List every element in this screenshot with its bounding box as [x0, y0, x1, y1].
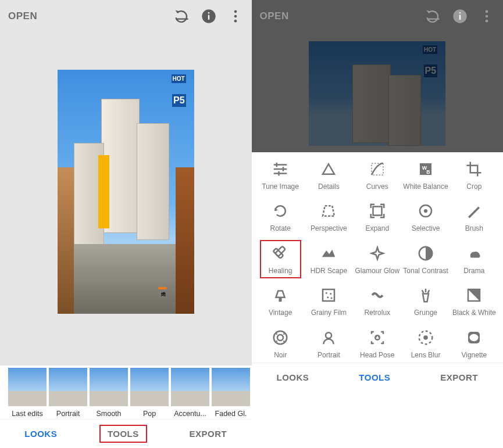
thumb-image — [212, 368, 250, 406]
thumb-label: Smooth — [96, 410, 121, 418]
photo-preview[interactable]: HOT P5 焼肉 — [58, 70, 194, 314]
perspective-icon — [320, 202, 337, 220]
thumb-image — [49, 368, 87, 406]
tab-looks[interactable]: LOOKS — [24, 429, 57, 439]
tool-selective[interactable]: Selective — [401, 202, 450, 232]
tool-label: Perspective — [311, 224, 347, 232]
open-button[interactable]: OPEN — [260, 10, 289, 22]
thumb-label: Last edits — [12, 410, 43, 418]
tool-curves[interactable]: Curves — [353, 160, 401, 191]
vintage-icon — [272, 286, 289, 304]
more-icon[interactable] — [227, 8, 244, 24]
tool-hdr-scape[interactable]: HDR Scape — [305, 245, 353, 275]
tool-healing[interactable]: Healing — [256, 245, 305, 275]
bw-icon — [465, 286, 483, 304]
tool-expand[interactable]: Expand — [353, 202, 401, 232]
crop-icon — [465, 160, 483, 178]
tool-label: Crop — [466, 182, 481, 191]
thumb-label: Faded Gl. — [215, 410, 247, 418]
right-screenshot: OPEN HOT P5 Tune Image Details Curves Wh… — [252, 0, 504, 448]
rotate-icon — [272, 202, 289, 220]
tab-export[interactable]: EXPORT — [440, 372, 478, 382]
look-thumb[interactable]: Smooth — [90, 368, 128, 418]
hdr-icon — [320, 245, 337, 262]
tool-drama[interactable]: Drama — [450, 245, 498, 275]
vignette-icon — [465, 329, 483, 346]
tool-label: Grainy Film — [311, 309, 347, 317]
bottom-tab-bar: LOOKS TOOLS EXPORT — [0, 419, 252, 448]
expand-icon — [369, 202, 386, 220]
tool-white-balance[interactable]: White Balance — [401, 160, 450, 191]
tool-label: Healing — [269, 267, 292, 275]
more-icon[interactable] — [479, 8, 495, 24]
tab-export[interactable]: EXPORT — [189, 429, 227, 439]
tool-label: Selective — [412, 224, 440, 232]
looks-filmstrip[interactable]: Last edits Portrait Smooth Pop Accentu..… — [0, 365, 252, 419]
tool-label: Head Pose — [360, 351, 394, 359]
thumb-image — [8, 368, 47, 406]
tool-brush[interactable]: Brush — [450, 202, 498, 232]
tool-label: Grunge — [414, 309, 437, 317]
tool-label: Curves — [366, 182, 388, 191]
thumb-image — [90, 368, 128, 406]
grunge-icon — [417, 286, 434, 304]
triangle-icon — [320, 160, 337, 178]
look-thumb[interactable]: Pop — [130, 368, 169, 418]
tool-label: Drama — [463, 267, 484, 275]
tool-label: HDR Scape — [311, 267, 347, 275]
tool-rotate[interactable]: Rotate — [256, 202, 305, 232]
tool-grainy-film[interactable]: Grainy Film — [305, 286, 353, 317]
look-thumb[interactable]: Portrait — [49, 368, 87, 418]
tool-tonal-contrast[interactable]: Tonal Contrast — [401, 245, 450, 275]
wb-icon — [417, 160, 434, 178]
tool-perspective[interactable]: Perspective — [305, 202, 353, 232]
tab-tools[interactable]: TOOLS — [99, 425, 147, 443]
open-button[interactable]: OPEN — [8, 10, 37, 22]
tool-vignette[interactable]: Vignette — [450, 329, 498, 359]
thumb-label: Portrait — [56, 410, 80, 418]
curves-icon — [369, 160, 386, 178]
tool-head-pose[interactable]: Head Pose — [353, 329, 401, 359]
tool-label: Vignette — [461, 351, 487, 359]
tool-label: Black & White — [452, 309, 496, 317]
portrait-icon — [320, 329, 337, 346]
tool-grunge[interactable]: Grunge — [401, 286, 450, 317]
tool-label: Tonal Contrast — [403, 267, 448, 275]
tool-tune-image[interactable]: Tune Image — [256, 160, 305, 191]
info-icon[interactable] — [201, 8, 217, 24]
lensblur-icon — [417, 329, 434, 346]
tool-retrolux[interactable]: Retrolux — [353, 286, 401, 317]
tool-label: Rotate — [270, 224, 290, 232]
brush-icon — [465, 202, 483, 220]
thumb-image — [171, 368, 209, 406]
look-thumb[interactable]: Faded Gl. — [212, 368, 250, 418]
tool-label: Noir — [274, 351, 287, 359]
tool-label: Glamour Glow — [355, 267, 399, 275]
tool-vintage[interactable]: Vintage — [256, 286, 305, 317]
headpose-icon — [369, 329, 386, 346]
tool-portrait[interactable]: Portrait — [305, 329, 353, 359]
undo-stack-icon[interactable] — [425, 8, 441, 24]
tool-glamour-glow[interactable]: Glamour Glow — [353, 245, 401, 275]
tab-tools[interactable]: TOOLS — [359, 372, 390, 382]
tools-panel: Tune Image Details Curves White Balance … — [252, 152, 504, 363]
sliders-icon — [272, 160, 289, 178]
tool-lens-blur[interactable]: Lens Blur — [401, 329, 450, 359]
top-bar: OPEN — [0, 0, 252, 33]
look-thumb[interactable]: Accentu... — [171, 368, 209, 418]
tab-looks[interactable]: LOOKS — [277, 372, 309, 382]
tool-label: Details — [318, 182, 340, 191]
tool-label: Lens Blur — [411, 351, 441, 359]
tool-details[interactable]: Details — [305, 160, 353, 191]
thumb-image — [130, 368, 169, 406]
top-bar: OPEN — [252, 0, 504, 33]
tool-crop[interactable]: Crop — [450, 160, 498, 191]
tonal-icon — [417, 245, 434, 262]
undo-stack-icon[interactable] — [174, 8, 190, 24]
tool-noir[interactable]: Noir — [256, 329, 305, 359]
info-icon[interactable] — [452, 8, 468, 24]
canvas-area-dimmed: OPEN HOT P5 — [252, 0, 504, 152]
look-thumb[interactable]: Last edits — [8, 368, 47, 418]
tool-label: Tune Image — [262, 182, 299, 191]
tool-black-white[interactable]: Black & White — [450, 286, 498, 317]
